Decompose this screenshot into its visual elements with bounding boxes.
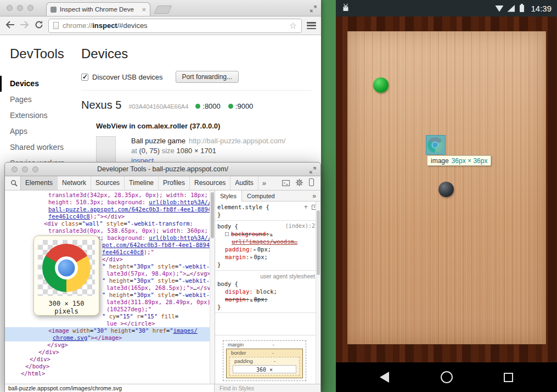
- css-property-padding[interactable]: padding:▶0px;: [217, 245, 318, 253]
- code-line[interactable]: </div>: [5, 356, 215, 363]
- scrollbar-thumb[interactable]: [211, 192, 214, 238]
- closing-brace: }: [217, 303, 318, 311]
- sidebar-item-apps[interactable]: Apps: [0, 124, 72, 139]
- box-model-border[interactable]: border- padding- 360 ×: [226, 349, 303, 378]
- code-line[interactable]: <div class="wall" style="-webkit-transfo…: [5, 220, 215, 227]
- code-line[interactable]: </html>: [5, 370, 215, 377]
- code-line[interactable]: height: 510.3px; background: url(blob:ht…: [5, 199, 215, 206]
- code-line[interactable]: fee461cc40c8);"></div>: [5, 213, 215, 220]
- tab-close-icon[interactable]: ×: [142, 7, 146, 13]
- new-tab-button[interactable]: [154, 5, 172, 14]
- more-tabs-chevron[interactable]: »: [258, 179, 270, 187]
- chrome-menu-icon[interactable]: [307, 22, 316, 29]
- css-property-margin[interactable]: margin:▶0px;: [217, 253, 318, 261]
- devtools-tab-elements[interactable]: Elements: [20, 176, 58, 190]
- size-value: 1080 × 1701: [176, 147, 216, 155]
- device-ports: :8000:9000: [195, 102, 253, 110]
- zoom-window-button[interactable]: [27, 5, 33, 11]
- user-agent-rule-body: user agent stylesheet body { display: bl…: [215, 271, 320, 313]
- find-styles-input[interactable]: Find in Styles: [215, 384, 320, 392]
- recents-nav-button[interactable]: [504, 373, 513, 382]
- discover-usb-checkbox[interactable]: [81, 74, 88, 81]
- tab-computed[interactable]: Computed: [242, 191, 280, 201]
- property-enable-checkbox[interactable]: [225, 232, 229, 236]
- cell-signal-icon: [507, 5, 515, 12]
- box-model-content[interactable]: 360 ×: [233, 365, 296, 373]
- back-nav-button[interactable]: [380, 372, 389, 383]
- code-line[interactable]: </body>: [5, 363, 215, 370]
- minimize-window-button[interactable]: [22, 166, 28, 172]
- reload-button[interactable]: [35, 20, 43, 31]
- css-property-margin-ua[interactable]: margin:▶8px;: [217, 295, 318, 303]
- url-text: chrome://inspect/#devices: [63, 21, 148, 30]
- code-line[interactable]: lue ></circle>: [5, 320, 215, 327]
- styles-scrollbar[interactable]: [316, 201, 320, 384]
- size-label: size: [162, 147, 175, 155]
- elements-scrollbar[interactable]: [210, 191, 215, 384]
- code-line[interactable]: </svg>: [5, 341, 215, 349]
- box-model-margin[interactable]: margin- border- padding- 360 ×: [223, 340, 306, 381]
- webview-info: Ball puzzle gamehttp://ball-puzzle.appsp…: [131, 136, 285, 166]
- new-style-rule-icon[interactable]: +: [304, 204, 308, 210]
- back-button[interactable]: [5, 20, 15, 31]
- settings-gear-icon[interactable]: [296, 178, 303, 188]
- device-serial: #03A404160A4E66A4: [128, 103, 188, 110]
- port-forwarding-button[interactable]: Port forwarding...: [176, 71, 239, 83]
- tooltip-dimensions: 36px × 36px: [452, 157, 488, 165]
- green-ball[interactable]: [373, 77, 389, 93]
- address-bar[interactable]: chrome://inspect/#devices ☆: [48, 19, 302, 33]
- browser-tab[interactable]: Inspect with Chrome Deve ×: [46, 2, 150, 16]
- devtools-tab-resources[interactable]: Resources: [190, 176, 230, 190]
- sidebar-item-devices[interactable]: Devices: [0, 76, 72, 92]
- home-nav-button[interactable]: [441, 371, 453, 383]
- rule-source-link[interactable]: (index):25: [285, 222, 318, 230]
- code-line[interactable]: translate3d(342px, 28.35px, 0px); width:…: [5, 192, 215, 199]
- devtools-tab-profiles[interactable]: Profiles: [159, 176, 190, 190]
- zoom-window-button[interactable]: [32, 166, 38, 172]
- sidebar-item-shared-workers[interactable]: Shared workers: [0, 139, 72, 155]
- close-window-button[interactable]: [7, 5, 13, 11]
- tab-styles[interactable]: Styles: [215, 191, 242, 201]
- target-url: http://ball-puzzle.appspot.com/: [189, 137, 285, 145]
- sidebar-item-pages[interactable]: Pages: [0, 92, 72, 108]
- dark-ball[interactable]: [438, 182, 454, 197]
- box-model-padding[interactable]: padding- 360 ×: [229, 357, 300, 376]
- sidebar-item-extensions[interactable]: Extensions: [0, 108, 72, 124]
- more-sidebar-tabs-chevron[interactable]: »: [312, 192, 320, 200]
- at-value: (0, 75): [139, 147, 160, 155]
- forward-button[interactable]: [20, 20, 30, 31]
- console-drawer-icon[interactable]: [282, 178, 290, 188]
- code-line[interactable]: </div>: [5, 349, 215, 356]
- code-line[interactable]: translate3d(0px, 538.65px, 0px); width: …: [5, 227, 215, 234]
- tab-title: Inspect with Chrome Deve: [60, 6, 138, 13]
- page-icon: [53, 22, 59, 29]
- devtools-tab-sources[interactable]: Sources: [91, 176, 125, 190]
- fullscreen-icon[interactable]: [310, 4, 317, 14]
- devtools-tab-timeline[interactable]: Timeline: [125, 176, 159, 190]
- search-icon[interactable]: [8, 180, 20, 187]
- tab-favicon-icon: [50, 7, 57, 13]
- scrollbar-thumb[interactable]: [317, 210, 320, 275]
- css-property-background[interactable]: background:▶: [217, 230, 318, 238]
- code-line[interactable]: <image width="30" height="30" href="imag…: [5, 327, 215, 334]
- close-window-button[interactable]: [12, 166, 18, 172]
- code-line[interactable]: ball-puzzle.appspot.com/642ec0b3-fb8f-4e…: [5, 206, 215, 213]
- css-property-display[interactable]: display: block;: [217, 288, 318, 295]
- code-line[interactable]: chrome.svg"></image>: [5, 334, 215, 341]
- device-mode-icon[interactable]: [309, 178, 314, 188]
- game-board[interactable]: image 36px × 36px: [347, 31, 546, 344]
- devtools-tab-audits[interactable]: Audits: [230, 176, 258, 190]
- fullscreen-icon[interactable]: [310, 166, 316, 176]
- devtools-sidebar-title: DevTools: [0, 46, 72, 61]
- rule-selector: body {: [217, 280, 318, 288]
- devtools-titlebar: Developer Tools - ball-puzzle.appspot.co…: [5, 163, 320, 176]
- inspect-tooltip: image 36px × 36px: [427, 155, 491, 166]
- devtools-tab-network[interactable]: Network: [58, 176, 91, 190]
- bookmark-star-icon[interactable]: ☆: [289, 21, 297, 30]
- hovered-link-status: ball-puzzle.appspot.com/images/chrome.sv…: [5, 384, 215, 392]
- minimize-window-button[interactable]: [17, 5, 23, 11]
- status-bar-clock: 14:39: [531, 4, 552, 13]
- closing-brace: }: [217, 211, 318, 219]
- rule-selector: body {: [217, 222, 238, 230]
- css-value-background-url[interactable]: url("images/woodsm…: [217, 238, 318, 245]
